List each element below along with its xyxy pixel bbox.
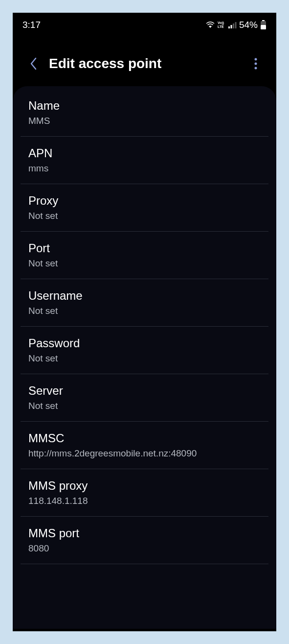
setting-value: MMS <box>28 116 261 126</box>
page-title: Edit access point <box>49 56 240 72</box>
setting-value: Not set <box>28 211 261 221</box>
svg-rect-5 <box>235 22 236 28</box>
status-time: 3:17 <box>22 20 41 30</box>
wifi-icon <box>205 21 215 29</box>
signal-icon <box>228 22 237 28</box>
phone-screen: 3:17 Vo)) LTE <box>13 13 276 631</box>
svg-rect-4 <box>233 24 234 28</box>
setting-label: Username <box>28 289 261 303</box>
setting-label: MMS proxy <box>28 479 261 493</box>
battery-icon <box>260 20 267 30</box>
setting-label: Proxy <box>28 194 261 208</box>
svg-rect-3 <box>230 25 232 28</box>
setting-item-mmsc[interactable]: MMSC http://mms.2degreesmobile.net.nz:48… <box>21 422 268 469</box>
setting-value: Not set <box>28 353 261 364</box>
setting-value: http://mms.2degreesmobile.net.nz:48090 <box>28 448 261 459</box>
setting-item-apn[interactable]: APN mms <box>21 137 268 184</box>
setting-label: Name <box>28 99 261 113</box>
status-indicators: Vo)) LTE 54% <box>205 20 267 30</box>
svg-point-10 <box>255 63 257 65</box>
setting-value: Not set <box>28 258 261 269</box>
chevron-left-icon <box>30 57 37 70</box>
more-options-button[interactable] <box>247 55 265 72</box>
svg-rect-6 <box>262 20 265 21</box>
setting-value: mms <box>28 163 261 174</box>
setting-label: MMSC <box>28 431 261 445</box>
back-button[interactable] <box>24 55 42 72</box>
setting-item-username[interactable]: Username Not set <box>21 279 268 327</box>
volte-icon: Vo)) LTE <box>218 21 225 29</box>
setting-label: APN <box>28 146 261 160</box>
setting-item-name[interactable]: Name MMS <box>21 86 268 137</box>
svg-rect-2 <box>228 26 230 28</box>
svg-rect-8 <box>261 25 266 29</box>
setting-item-mms-port[interactable]: MMS port 8080 <box>21 517 268 564</box>
setting-value: 8080 <box>28 543 261 554</box>
setting-item-server[interactable]: Server Not set <box>21 374 268 422</box>
setting-value: Not set <box>28 306 261 316</box>
header: Edit access point <box>13 35 276 86</box>
setting-item-port[interactable]: Port Not set <box>21 232 268 279</box>
more-vertical-icon <box>254 58 257 70</box>
setting-item-password[interactable]: Password Not set <box>21 327 268 374</box>
setting-item-proxy[interactable]: Proxy Not set <box>21 184 268 232</box>
svg-text:LTE: LTE <box>218 25 224 28</box>
svg-text:Vo)): Vo)) <box>218 21 224 25</box>
setting-label: Port <box>28 241 261 255</box>
setting-label: MMS port <box>28 526 261 540</box>
svg-point-11 <box>255 67 257 70</box>
battery-percentage: 54% <box>239 20 258 30</box>
svg-point-9 <box>255 58 257 61</box>
status-bar: 3:17 Vo)) LTE <box>13 13 276 35</box>
setting-item-mms-proxy[interactable]: MMS proxy 118.148.1.118 <box>21 469 268 517</box>
setting-value: Not set <box>28 401 261 411</box>
setting-label: Server <box>28 384 261 398</box>
setting-label: Password <box>28 336 261 350</box>
setting-value: 118.148.1.118 <box>28 496 261 506</box>
settings-list: Name MMS APN mms Proxy Not set Port Not … <box>13 86 276 629</box>
